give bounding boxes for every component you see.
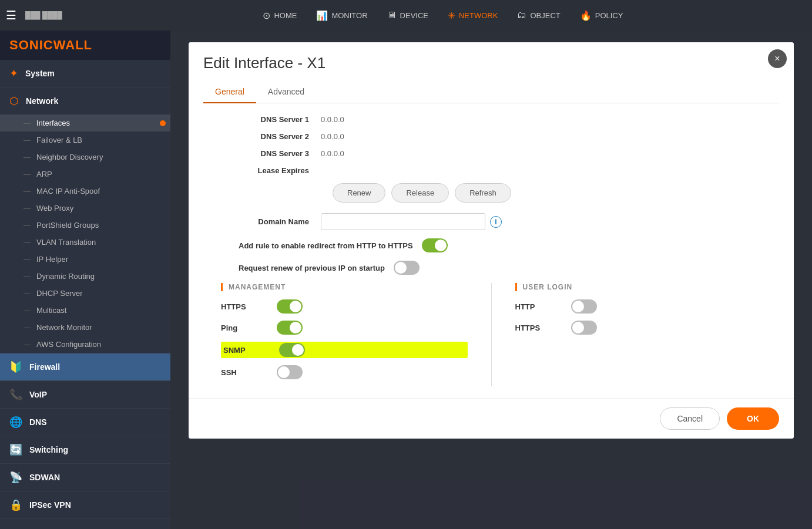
- sidebar-item-portshield[interactable]: — PortShield Groups: [0, 217, 170, 234]
- tab-general[interactable]: General: [203, 81, 256, 103]
- sidebar-item-sdwan[interactable]: 📡 SDWAN: [0, 464, 170, 491]
- renew-ip-toggle-switch[interactable]: [394, 261, 420, 275]
- mgmt-snmp-row: SNMP: [221, 342, 468, 358]
- home-icon: ⊙: [263, 10, 270, 21]
- interfaces-label: Interfaces: [36, 119, 70, 127]
- vlan-label: VLAN Translation: [36, 238, 96, 247]
- http-redirect-label: Add rule to enable redirect from HTTP to…: [239, 241, 422, 250]
- refresh-button[interactable]: Refresh: [455, 183, 511, 203]
- mgmt-https-row: HTTPS: [221, 299, 468, 314]
- lease-expires-label: Lease Expires: [203, 166, 321, 175]
- firewall-icon: 🔰: [9, 360, 22, 373]
- sidebar-item-system[interactable]: ✦ System: [0, 60, 170, 87]
- modal-tabs: General Advanced: [203, 81, 779, 103]
- sidebar-system-label: System: [25, 69, 55, 78]
- renew-ip-row: Request renew of previous IP on startup: [203, 261, 779, 275]
- dns-server-1-value: 0.0.0.0: [321, 115, 344, 124]
- sidebar-item-neighbor[interactable]: — Neighbor Discovery: [0, 149, 170, 166]
- ok-button[interactable]: OK: [727, 407, 779, 430]
- mgmt-ssh-toggle[interactable]: [277, 365, 303, 379]
- sidebar-item-aws[interactable]: — AWS Configuration: [0, 336, 170, 353]
- dns-server-1-label: DNS Server 1: [203, 115, 321, 124]
- sidebar-item-network-header[interactable]: ⬡ Network: [0, 87, 170, 114]
- sidebar-item-voip[interactable]: 📞 VoIP: [0, 381, 170, 408]
- ul-http-toggle[interactable]: [571, 299, 597, 314]
- sidebar-item-switching[interactable]: 🔄 Switching: [0, 436, 170, 463]
- nav-policy[interactable]: 🔥 POLICY: [572, 6, 632, 25]
- sidebar-item-multicast[interactable]: — Multicast: [0, 302, 170, 319]
- failover-label: Failover & LB: [36, 136, 82, 144]
- multicast-label: Multicast: [36, 306, 66, 315]
- mgmt-ssh-row: SSH: [221, 365, 468, 379]
- sidebar-section-sdwan: 📡 SDWAN: [0, 464, 170, 491]
- renew-button[interactable]: Renew: [333, 183, 385, 203]
- nav-monitor[interactable]: 📊 MONITOR: [308, 6, 375, 25]
- mgmt-ping-toggle[interactable]: [277, 321, 303, 335]
- top-nav: ☰ ███ ████ ⊙ HOME 📊 MONITOR 🖥 DEVICE ✳ N…: [0, 0, 812, 31]
- sidebar-item-arp[interactable]: — ARP: [0, 166, 170, 183]
- user-login-section-title: USER LOGIN: [515, 283, 762, 291]
- sidebar-item-macip[interactable]: — MAC IP Anti-Spoof: [0, 183, 170, 200]
- sidebar-ipsec-label: IPSec VPN: [29, 500, 71, 510]
- network-side-icon: ⬡: [9, 95, 19, 107]
- nav-device[interactable]: 🖥 DEVICE: [379, 6, 437, 24]
- menu-icon[interactable]: ☰: [6, 8, 16, 22]
- nav-object[interactable]: 🗂 OBJECT: [509, 6, 568, 24]
- ul-https-toggle[interactable]: [571, 321, 597, 335]
- sidebar-item-dynrouting[interactable]: — Dynamic Routing: [0, 268, 170, 285]
- sidebar-section-firewall: 🔰 Firewall: [0, 353, 170, 381]
- sidebar-item-netmonitor[interactable]: — Network Monitor: [0, 319, 170, 336]
- modal-overlay: Edit Interface - X1 × General Advanced D…: [170, 31, 812, 529]
- sidebar-item-webproxy[interactable]: — Web Proxy: [0, 200, 170, 217]
- sidebar-item-dhcp[interactable]: — DHCP Server: [0, 285, 170, 302]
- dns-server-3-row: DNS Server 3 0.0.0.0: [203, 149, 779, 158]
- modal-close-button[interactable]: ×: [768, 49, 787, 68]
- sidebar-section-network: ⬡ Network — Interfaces — Failover & LB —…: [0, 87, 170, 353]
- nav-network[interactable]: ✳ NETWORK: [439, 6, 506, 25]
- neighbor-label: Neighbor Discovery: [36, 153, 103, 161]
- lease-expires-row: Lease Expires: [203, 166, 779, 175]
- sidebar-item-vlan[interactable]: — VLAN Translation: [0, 234, 170, 251]
- release-button[interactable]: Release: [391, 183, 449, 203]
- toggle-slider: [422, 238, 448, 252]
- sidebar-section-switching: 🔄 Switching: [0, 436, 170, 464]
- sidebar-brand: SONICWALL: [0, 31, 170, 60]
- sidebar-item-iphelper[interactable]: — IP Helper: [0, 251, 170, 268]
- renew-ip-toggle[interactable]: [394, 261, 420, 275]
- renew-ip-label: Request renew of previous IP on startup: [239, 264, 394, 272]
- sidebar-item-dns[interactable]: 🌐 DNS: [0, 409, 170, 436]
- mgmt-ping-row: Ping: [221, 321, 468, 335]
- nav-home[interactable]: ⊙ HOME: [254, 6, 305, 25]
- system-icon: ✦: [9, 67, 18, 80]
- user-login-col: USER LOGIN HTTP HTTPS: [498, 283, 780, 386]
- sidebar-section-ipsec: 🔒 IPSec VPN: [0, 491, 170, 519]
- modal-title: Edit Interface - X1: [203, 54, 779, 72]
- dns-server-2-label: DNS Server 2: [203, 132, 321, 141]
- domain-name-info-icon[interactable]: i: [490, 216, 502, 228]
- nav-network-label: NETWORK: [459, 11, 498, 20]
- nav-policy-label: POLICY: [595, 11, 623, 20]
- sidebar-section-dns: 🌐 DNS: [0, 409, 170, 436]
- nav-object-label: OBJECT: [530, 11, 560, 20]
- sidebar-item-ipsec[interactable]: 🔒 IPSec VPN: [0, 491, 170, 518]
- sidebar-item-firewall[interactable]: 🔰 Firewall: [0, 353, 170, 380]
- brand-logo: SONICWALL: [9, 38, 92, 53]
- sidebar-switching-label: Switching: [29, 445, 68, 454]
- http-redirect-toggle-switch[interactable]: [422, 238, 448, 252]
- management-col: MANAGEMENT HTTPS Ping: [203, 283, 485, 386]
- sidebar-network-label: Network: [26, 96, 58, 106]
- mgmt-https-toggle[interactable]: [277, 299, 303, 314]
- sidebar-item-interfaces[interactable]: — Interfaces: [0, 114, 170, 132]
- domain-name-input[interactable]: [321, 213, 485, 230]
- tab-advanced[interactable]: Advanced: [256, 81, 316, 103]
- nav-home-label: HOME: [274, 11, 297, 20]
- mgmt-snmp-toggle[interactable]: [279, 343, 305, 357]
- dynrouting-label: Dynamic Routing: [36, 272, 95, 281]
- macip-label: MAC IP Anti-Spoof: [36, 187, 100, 196]
- cancel-button[interactable]: Cancel: [660, 407, 720, 430]
- mgmt-ssh-label: SSH: [221, 368, 268, 377]
- sidebar-item-failover[interactable]: — Failover & LB: [0, 132, 170, 149]
- brand-name-white: SONIC: [9, 38, 53, 52]
- domain-name-row: Domain Name i: [203, 213, 779, 230]
- http-redirect-toggle[interactable]: [422, 238, 448, 252]
